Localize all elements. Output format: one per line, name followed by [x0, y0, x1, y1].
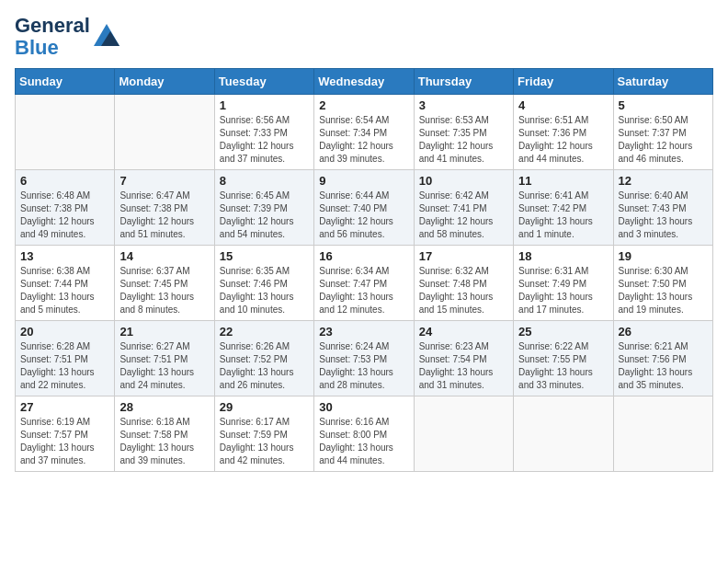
calendar-cell: 12Sunrise: 6:40 AM Sunset: 7:43 PM Dayli… [613, 170, 712, 246]
calendar-cell: 11Sunrise: 6:41 AM Sunset: 7:42 PM Dayli… [514, 170, 613, 246]
calendar-cell: 28Sunrise: 6:18 AM Sunset: 7:58 PM Dayli… [115, 396, 214, 472]
day-number: 7 [119, 174, 209, 188]
day-number: 15 [220, 249, 309, 263]
calendar-cell: 7Sunrise: 6:47 AM Sunset: 7:38 PM Daylig… [115, 170, 214, 246]
calendar-cell: 19Sunrise: 6:30 AM Sunset: 7:50 PM Dayli… [613, 246, 712, 321]
day-number: 2 [319, 98, 408, 112]
day-number: 20 [20, 325, 109, 339]
calendar-cell: 27Sunrise: 6:19 AM Sunset: 7:57 PM Dayli… [16, 396, 115, 472]
day-info: Sunrise: 6:45 AM Sunset: 7:39 PM Dayligh… [220, 190, 309, 241]
day-number: 24 [419, 325, 508, 339]
calendar-day-header: Sunday [16, 69, 115, 95]
day-number: 25 [518, 325, 608, 339]
day-info: Sunrise: 6:34 AM Sunset: 7:47 PM Dayligh… [319, 265, 408, 316]
calendar-cell: 9Sunrise: 6:44 AM Sunset: 7:40 PM Daylig… [314, 170, 414, 246]
calendar-day-header: Thursday [414, 69, 513, 95]
day-info: Sunrise: 6:44 AM Sunset: 7:40 PM Dayligh… [319, 190, 408, 241]
calendar-cell: 22Sunrise: 6:26 AM Sunset: 7:52 PM Dayli… [214, 321, 313, 396]
calendar-week-row: 13Sunrise: 6:38 AM Sunset: 7:44 PM Dayli… [16, 246, 713, 321]
day-info: Sunrise: 6:32 AM Sunset: 7:48 PM Dayligh… [419, 265, 508, 316]
day-info: Sunrise: 6:30 AM Sunset: 7:50 PM Dayligh… [619, 265, 708, 316]
day-number: 18 [518, 249, 608, 263]
calendar-cell: 3Sunrise: 6:53 AM Sunset: 7:35 PM Daylig… [414, 95, 513, 170]
day-number: 23 [319, 325, 408, 339]
day-number: 27 [20, 400, 109, 414]
calendar-cell: 15Sunrise: 6:35 AM Sunset: 7:46 PM Dayli… [214, 246, 313, 321]
calendar-cell [414, 396, 513, 472]
day-number: 16 [319, 249, 408, 263]
calendar-cell: 26Sunrise: 6:21 AM Sunset: 7:56 PM Dayli… [613, 321, 712, 396]
day-number: 6 [20, 174, 109, 188]
calendar-cell [16, 95, 115, 170]
calendar-day-header: Tuesday [214, 69, 313, 95]
calendar-body: 1Sunrise: 6:56 AM Sunset: 7:33 PM Daylig… [16, 95, 713, 472]
day-info: Sunrise: 6:40 AM Sunset: 7:43 PM Dayligh… [619, 190, 708, 241]
day-number: 9 [319, 174, 408, 188]
day-number: 3 [419, 98, 508, 112]
day-info: Sunrise: 6:37 AM Sunset: 7:45 PM Dayligh… [119, 265, 209, 316]
day-info: Sunrise: 6:51 AM Sunset: 7:36 PM Dayligh… [518, 114, 608, 166]
calendar-cell: 2Sunrise: 6:54 AM Sunset: 7:34 PM Daylig… [314, 95, 414, 170]
day-info: Sunrise: 6:48 AM Sunset: 7:38 PM Dayligh… [20, 190, 109, 241]
day-info: Sunrise: 6:54 AM Sunset: 7:34 PM Dayligh… [319, 114, 408, 166]
day-info: Sunrise: 6:35 AM Sunset: 7:46 PM Dayligh… [220, 265, 309, 316]
day-info: Sunrise: 6:21 AM Sunset: 7:56 PM Dayligh… [619, 340, 708, 392]
calendar-cell: 1Sunrise: 6:56 AM Sunset: 7:33 PM Daylig… [214, 95, 313, 170]
calendar-week-row: 6Sunrise: 6:48 AM Sunset: 7:38 PM Daylig… [16, 170, 713, 246]
day-number: 1 [220, 98, 309, 112]
day-number: 8 [220, 174, 309, 188]
day-info: Sunrise: 6:28 AM Sunset: 7:51 PM Dayligh… [20, 340, 109, 392]
day-number: 28 [119, 400, 209, 414]
day-info: Sunrise: 6:26 AM Sunset: 7:52 PM Dayligh… [220, 340, 309, 392]
calendar-cell: 13Sunrise: 6:38 AM Sunset: 7:44 PM Dayli… [16, 246, 115, 321]
calendar-cell [115, 95, 214, 170]
day-number: 19 [619, 249, 708, 263]
calendar-cell [613, 396, 712, 472]
day-info: Sunrise: 6:23 AM Sunset: 7:54 PM Dayligh… [419, 340, 508, 392]
day-number: 4 [518, 98, 608, 112]
day-info: Sunrise: 6:56 AM Sunset: 7:33 PM Dayligh… [220, 114, 309, 166]
calendar-cell: 21Sunrise: 6:27 AM Sunset: 7:51 PM Dayli… [115, 321, 214, 396]
calendar-cell: 24Sunrise: 6:23 AM Sunset: 7:54 PM Dayli… [414, 321, 513, 396]
calendar-cell: 25Sunrise: 6:22 AM Sunset: 7:55 PM Dayli… [514, 321, 613, 396]
calendar-cell: 20Sunrise: 6:28 AM Sunset: 7:51 PM Dayli… [16, 321, 115, 396]
day-info: Sunrise: 6:47 AM Sunset: 7:38 PM Dayligh… [119, 190, 209, 241]
day-info: Sunrise: 6:17 AM Sunset: 7:59 PM Dayligh… [220, 416, 309, 467]
day-info: Sunrise: 6:22 AM Sunset: 7:55 PM Dayligh… [518, 340, 608, 392]
day-info: Sunrise: 6:24 AM Sunset: 7:53 PM Dayligh… [319, 340, 408, 392]
calendar-cell: 8Sunrise: 6:45 AM Sunset: 7:39 PM Daylig… [214, 170, 313, 246]
day-number: 22 [220, 325, 309, 339]
calendar-cell: 6Sunrise: 6:48 AM Sunset: 7:38 PM Daylig… [16, 170, 115, 246]
calendar-day-header: Saturday [613, 69, 712, 95]
day-number: 26 [619, 325, 708, 339]
calendar-cell: 10Sunrise: 6:42 AM Sunset: 7:41 PM Dayli… [414, 170, 513, 246]
logo: GeneralBlue [15, 15, 119, 59]
day-info: Sunrise: 6:16 AM Sunset: 8:00 PM Dayligh… [319, 416, 408, 467]
calendar-cell: 5Sunrise: 6:50 AM Sunset: 7:37 PM Daylig… [613, 95, 712, 170]
day-info: Sunrise: 6:42 AM Sunset: 7:41 PM Dayligh… [419, 190, 508, 241]
day-number: 30 [319, 400, 408, 414]
day-info: Sunrise: 6:50 AM Sunset: 7:37 PM Dayligh… [619, 114, 708, 166]
day-number: 14 [119, 249, 209, 263]
calendar-header-row: SundayMondayTuesdayWednesdayThursdayFrid… [16, 69, 713, 95]
page-header: GeneralBlue [15, 15, 713, 59]
calendar-week-row: 27Sunrise: 6:19 AM Sunset: 7:57 PM Dayli… [16, 396, 713, 472]
calendar-day-header: Wednesday [314, 69, 414, 95]
day-number: 5 [619, 98, 708, 112]
day-number: 21 [119, 325, 209, 339]
calendar-cell: 17Sunrise: 6:32 AM Sunset: 7:48 PM Dayli… [414, 246, 513, 321]
calendar-cell: 4Sunrise: 6:51 AM Sunset: 7:36 PM Daylig… [514, 95, 613, 170]
day-info: Sunrise: 6:18 AM Sunset: 7:58 PM Dayligh… [119, 416, 209, 467]
day-info: Sunrise: 6:31 AM Sunset: 7:49 PM Dayligh… [518, 265, 608, 316]
day-number: 10 [419, 174, 508, 188]
day-info: Sunrise: 6:38 AM Sunset: 7:44 PM Dayligh… [20, 265, 109, 316]
calendar-week-row: 20Sunrise: 6:28 AM Sunset: 7:51 PM Dayli… [16, 321, 713, 396]
day-info: Sunrise: 6:19 AM Sunset: 7:57 PM Dayligh… [20, 416, 109, 467]
day-info: Sunrise: 6:41 AM Sunset: 7:42 PM Dayligh… [518, 190, 608, 241]
day-number: 11 [518, 174, 608, 188]
day-number: 13 [20, 249, 109, 263]
calendar-table: SundayMondayTuesdayWednesdayThursdayFrid… [15, 68, 713, 472]
calendar-cell [514, 396, 613, 472]
day-number: 12 [619, 174, 708, 188]
day-info: Sunrise: 6:53 AM Sunset: 7:35 PM Dayligh… [419, 114, 508, 166]
